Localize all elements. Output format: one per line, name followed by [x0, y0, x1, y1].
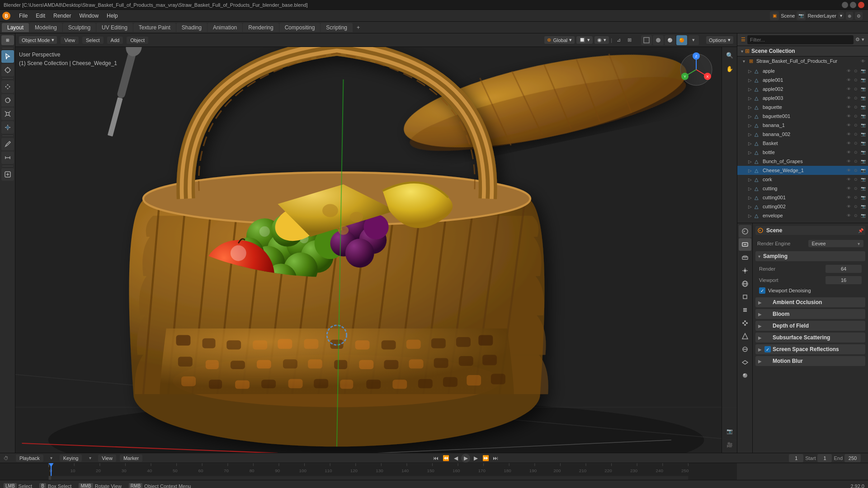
item-render[interactable]: 📷	[860, 69, 866, 73]
playback-menu[interactable]: Playback	[16, 455, 43, 462]
outliner-item[interactable]: ▷ △ apple003 👁 ⊙ 📷	[737, 94, 868, 103]
object-mode-btn[interactable]: ⊞	[1, 35, 14, 45]
close-button[interactable]	[858, 2, 864, 8]
item-render[interactable]: 📷	[860, 87, 866, 91]
item-render[interactable]: 📷	[860, 96, 866, 100]
item-viewport[interactable]: ⊙	[853, 123, 859, 127]
item-visibility[interactable]: 👁	[845, 150, 852, 155]
solid-btn[interactable]	[653, 35, 664, 45]
view-layer-tab[interactable]	[739, 251, 751, 264]
play-btn[interactable]: ▶	[461, 454, 470, 463]
item-render[interactable]: 📷	[860, 159, 866, 164]
item-viewport[interactable]: ⊙	[853, 78, 859, 82]
item-render[interactable]: 📷	[860, 123, 866, 127]
outliner-item[interactable]: ▷ △ cutting002 👁 ⊙ 📷	[737, 202, 868, 211]
object-tab[interactable]	[739, 291, 751, 303]
tab-layout[interactable]: Layout	[2, 23, 29, 32]
item-render[interactable]: 📷	[860, 204, 866, 209]
rendered-btn[interactable]	[676, 35, 687, 45]
scale-tool[interactable]	[1, 108, 14, 120]
outliner-options-btn[interactable]: ▾	[862, 37, 864, 42]
visibility-eye[interactable]: 👁	[860, 59, 866, 64]
item-render[interactable]: 📷	[860, 213, 866, 218]
show-gizmo-btn[interactable]: ⊿	[614, 36, 623, 45]
item-visibility[interactable]: 👁	[845, 69, 852, 73]
item-render[interactable]: 📷	[860, 168, 866, 173]
section-checkbox[interactable]: ✓	[764, 346, 771, 352]
tab-scripting[interactable]: Scripting	[321, 23, 353, 32]
cursor-tool[interactable]	[1, 64, 14, 76]
start-frame-input[interactable]: 1	[817, 454, 832, 462]
item-visibility[interactable]: 👁	[845, 96, 852, 100]
select-tool[interactable]	[1, 50, 14, 63]
transform-tool[interactable]	[1, 121, 14, 134]
outliner-item[interactable]: ▷ △ baguette001 👁 ⊙ 📷	[737, 112, 868, 121]
settings-icon[interactable]: ⚙	[855, 12, 863, 20]
viewport-canvas[interactable]: User Perspective (1) Scene Collection | …	[15, 47, 737, 453]
prev-frame-btn[interactable]: ◀	[451, 454, 460, 463]
data-tab[interactable]	[739, 356, 751, 369]
item-render[interactable]: 📷	[860, 78, 866, 82]
playback-dropdown[interactable]: ▾	[47, 454, 56, 463]
item-visibility[interactable]: 👁	[845, 195, 852, 200]
constraints-tab[interactable]	[739, 343, 751, 356]
jump-prev-btn[interactable]: ⏪	[441, 454, 450, 463]
item-viewport[interactable]: ⊙	[853, 213, 859, 218]
item-visibility[interactable]: 👁	[845, 141, 852, 145]
item-render[interactable]: 📷	[860, 222, 866, 223]
scene-tab[interactable]	[739, 264, 751, 277]
menu-render[interactable]: Render	[50, 12, 75, 20]
item-render[interactable]: 📷	[860, 195, 866, 200]
select-menu[interactable]: Select	[82, 37, 104, 44]
jump-end-btn[interactable]: ⏭	[491, 454, 500, 463]
timeline-ruler[interactable]: 0 10 20 30 40 50 60 70 80	[0, 463, 737, 480]
item-viewport[interactable]: ⊙	[853, 150, 859, 155]
tab-modeling[interactable]: Modeling	[29, 23, 62, 32]
item-render[interactable]: 📷	[860, 141, 866, 145]
keying-dropdown[interactable]: ▾	[85, 454, 94, 463]
object-mode-dropdown[interactable]: Object Mode ▾	[19, 36, 57, 44]
menu-window[interactable]: Window	[75, 12, 102, 20]
outliner-item[interactable]: ▷ △ cutting 👁 ⊙ 📷	[737, 184, 868, 193]
tab-animation[interactable]: Animation	[208, 23, 242, 32]
particles-tab[interactable]	[739, 317, 751, 329]
section-checkbox-empty[interactable]	[764, 334, 771, 341]
viewport-denoising-checkbox[interactable]: ✓	[759, 287, 765, 294]
item-visibility[interactable]: 👁	[845, 177, 852, 182]
render-props-tab[interactable]	[739, 225, 751, 238]
tab-rendering[interactable]: Rendering	[243, 23, 278, 32]
item-viewport[interactable]: ⊙	[853, 87, 859, 91]
menu-help[interactable]: Help	[103, 12, 122, 20]
item-render[interactable]: 📷	[860, 177, 866, 182]
physics-tab[interactable]	[739, 330, 751, 343]
item-viewport[interactable]: ⊙	[853, 186, 859, 191]
outliner-item[interactable]: ▷ △ apple001 👁 ⊙ 📷	[737, 75, 868, 84]
show-overlay-btn[interactable]: ⊞	[625, 36, 634, 45]
section-header[interactable]: ▶Bloom	[755, 309, 865, 319]
item-viewport[interactable]: ⊙	[853, 141, 859, 145]
section-header[interactable]: ▶Depth of Field	[755, 321, 865, 331]
add-workspace-button[interactable]: +	[353, 23, 363, 32]
item-viewport[interactable]: ⊙	[853, 204, 859, 209]
section-header[interactable]: ▶Ambient Occlusion	[755, 297, 865, 307]
item-render[interactable]: 📷	[860, 105, 866, 109]
search-viewport-btn[interactable]: 🔍	[723, 49, 736, 61]
outliner-item[interactable]: ▷ △ Cheese_Wedge_1 👁 ⊙ 📷	[737, 166, 868, 175]
material-preview-btn[interactable]	[665, 35, 675, 45]
proportional-edit[interactable]: ◉ ▾	[594, 36, 609, 44]
camera-lock-btn[interactable]: 🎥	[723, 438, 736, 451]
outliner-filter-btn[interactable]: ⚙	[855, 37, 860, 42]
section-checkbox-empty[interactable]	[764, 323, 771, 329]
item-visibility[interactable]: 👁	[845, 132, 852, 136]
snap-dropdown[interactable]: 🔲 ▾	[576, 36, 593, 44]
outliner-item[interactable]: ▷ △ apple002 👁 ⊙ 📷	[737, 84, 868, 94]
measure-tool[interactable]	[1, 151, 14, 164]
outliner-item[interactable]: ▷ △ Basket 👁 ⊙ 📷	[737, 139, 868, 148]
item-visibility[interactable]: 👁	[845, 114, 852, 118]
item-render[interactable]: 📷	[860, 150, 866, 155]
material-tab[interactable]	[739, 369, 751, 382]
render-samples-value[interactable]: 64	[826, 265, 862, 273]
view-menu[interactable]: View	[61, 37, 79, 44]
item-viewport[interactable]: ⊙	[853, 69, 859, 73]
new-scene[interactable]: ⊕	[846, 12, 853, 20]
